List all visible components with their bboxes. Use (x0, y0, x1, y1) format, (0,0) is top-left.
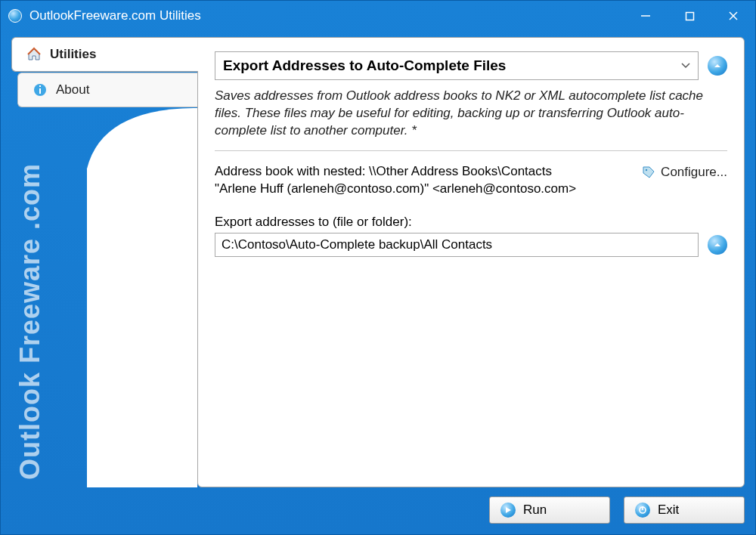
home-icon (26, 46, 42, 63)
power-icon (635, 503, 650, 518)
export-path-row (215, 233, 727, 257)
arrow-up-icon (713, 240, 722, 249)
footer: Run Exit (11, 487, 745, 524)
export-path-input[interactable] (215, 233, 699, 257)
address-row: Address book with nested: \\Other Addres… (215, 163, 727, 198)
play-icon (500, 503, 516, 518)
utility-dropdown[interactable]: Export Addresses to Auto-Complete Files (215, 51, 699, 80)
browse-button[interactable] (708, 235, 727, 255)
address-book-info: Address book with nested: \\Other Addres… (215, 163, 629, 198)
utility-dropdown-label: Export Addresses to Auto-Complete Files (223, 57, 506, 74)
svg-rect-1 (686, 12, 693, 20)
sidebar-brand-text: Outlook Freeware .com (14, 163, 46, 480)
configure-label: Configure... (661, 165, 727, 180)
window-title: OutlookFreeware.com Utilities (29, 8, 201, 23)
exit-button-label: Exit (658, 503, 679, 518)
configure-link[interactable]: Configure... (641, 163, 727, 180)
svg-rect-6 (39, 85, 41, 87)
utility-select-row: Export Addresses to Auto-Complete Files (215, 51, 727, 80)
close-button[interactable] (711, 1, 755, 31)
upper-area: Utilities About Outlook Freeware .com (11, 37, 745, 487)
sidebar: Utilities About Outlook Freeware .com (11, 37, 197, 487)
exit-button[interactable]: Exit (624, 496, 745, 524)
utility-description: Saves addresses from Outlook address boo… (215, 88, 727, 140)
svg-point-7 (646, 169, 647, 171)
titlebar: OutlookFreeware.com Utilities (1, 1, 755, 31)
main-panel: Export Addresses to Auto-Complete Files … (197, 37, 745, 487)
window-controls (624, 1, 755, 31)
export-path-label: Export addresses to (file or folder): (215, 215, 727, 230)
tab-about-label: About (56, 82, 89, 97)
info-icon (32, 82, 48, 98)
tab-utilities[interactable]: Utilities (11, 37, 198, 72)
svg-rect-5 (39, 88, 41, 94)
tab-about[interactable]: About (17, 73, 197, 107)
run-button[interactable]: Run (489, 496, 610, 524)
app-window: OutlookFreeware.com Utilities Utilities (0, 0, 756, 535)
divider (215, 150, 727, 151)
minimize-button[interactable] (624, 1, 668, 31)
client-area: Utilities About Outlook Freeware .com (11, 37, 745, 524)
app-icon (8, 9, 22, 23)
arrow-up-icon (713, 61, 722, 70)
collapse-button[interactable] (708, 56, 727, 76)
run-button-label: Run (523, 503, 547, 518)
tab-utilities-label: Utilities (50, 47, 96, 62)
maximize-button[interactable] (668, 1, 711, 31)
chevron-down-icon (681, 60, 690, 71)
tag-icon (641, 165, 656, 180)
